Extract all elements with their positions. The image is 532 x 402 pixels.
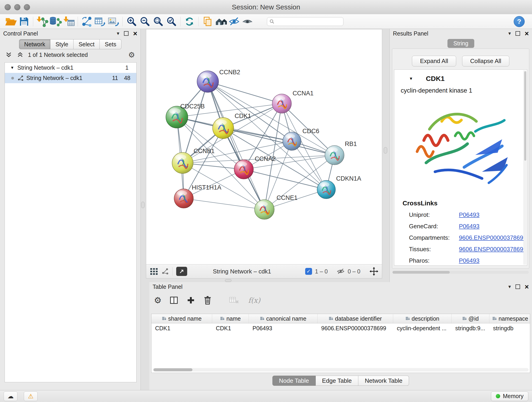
- hide-selected-button[interactable]: [228, 15, 241, 28]
- add-column-icon[interactable]: [186, 296, 196, 305]
- network-collection-row[interactable]: ▼ String Network – cdk1 1: [5, 63, 136, 73]
- import-network-from-file-button[interactable]: [36, 15, 49, 28]
- import-network-from-database-button[interactable]: [49, 15, 62, 28]
- delete-column-icon[interactable]: [203, 295, 212, 305]
- panel-close-icon[interactable]: ×: [525, 283, 529, 290]
- table-horizontal-scrollbar[interactable]: [153, 368, 529, 371]
- network-edge[interactable]: [184, 198, 264, 210]
- table-settings-icon[interactable]: ⚙: [154, 296, 162, 305]
- network-node-CDKN1A[interactable]: [317, 180, 336, 199]
- network-node-CCNB1[interactable]: [172, 153, 193, 173]
- crosslink-value[interactable]: P06493: [459, 257, 480, 264]
- tab-edge-table[interactable]: Edge Table: [316, 376, 359, 386]
- copy-document-button[interactable]: [201, 15, 214, 28]
- disclosure-triangle-icon[interactable]: ▼: [409, 76, 413, 81]
- expand-all-button[interactable]: Expand All: [412, 56, 456, 66]
- expand-all-icon[interactable]: [17, 52, 23, 58]
- home-button[interactable]: [214, 15, 228, 28]
- tab-string[interactable]: String: [447, 39, 474, 48]
- network-node-CDC6[interactable]: [283, 132, 301, 150]
- gear-icon[interactable]: ⚙: [128, 51, 135, 59]
- minimize-window-button[interactable]: [14, 4, 20, 10]
- create-network-from-table-button[interactable]: [94, 15, 107, 28]
- tab-network[interactable]: Network: [19, 39, 51, 49]
- function-builder-icon[interactable]: f(x): [248, 296, 260, 304]
- collapse-all-button[interactable]: Collapse All: [462, 56, 509, 66]
- clone-network-button[interactable]: [80, 15, 94, 28]
- column-header-4[interactable]: description: [393, 314, 452, 323]
- memory-button[interactable]: Memory: [491, 391, 528, 401]
- export-image-button[interactable]: [107, 15, 120, 28]
- network-node-CDK1[interactable]: [213, 118, 234, 139]
- panel-close-icon[interactable]: ×: [525, 30, 529, 37]
- birdseye-icon[interactable]: [150, 268, 158, 275]
- crosslink-value[interactable]: P06493: [459, 223, 480, 230]
- tab-node-table[interactable]: Node Table: [272, 376, 316, 386]
- splitter-handle[interactable]: [141, 202, 145, 208]
- crosslink-value[interactable]: 9606.ENSP00000378699: [459, 234, 526, 241]
- zoom-selected-button[interactable]: [165, 15, 178, 28]
- tab-sets[interactable]: Sets: [100, 39, 121, 49]
- network-glyph-icon[interactable]: [162, 268, 169, 274]
- horizontal-scrollbar[interactable]: [393, 271, 529, 274]
- column-header-5[interactable]: @id: [452, 314, 489, 323]
- search-box[interactable]: [267, 17, 343, 26]
- column-header-2[interactable]: canonical name: [249, 314, 317, 323]
- table-header-row: shared namenamecanonical namedatabase id…: [152, 314, 530, 323]
- network-canvas[interactable]: CCNB2CCNA1CDC25BCDK1CDC6RB1CCNB1CCNA2CDK…: [146, 29, 382, 264]
- fit-content-button[interactable]: [152, 15, 165, 28]
- crosslink-row: GeneCard:P06493: [394, 223, 527, 230]
- column-header-3[interactable]: database identifier: [317, 314, 393, 323]
- panel-close-icon[interactable]: ×: [133, 30, 137, 37]
- node-label: HIST1H1A: [192, 184, 221, 191]
- network-node-HIST1H1A[interactable]: [174, 189, 193, 208]
- splitter-handle[interactable]: [225, 279, 231, 282]
- vertical-scrollbar[interactable]: [524, 70, 526, 265]
- network-node-CCNB2[interactable]: [197, 71, 219, 92]
- help-button[interactable]: ?: [514, 16, 525, 27]
- move-crosshair-icon[interactable]: [370, 267, 378, 276]
- close-window-button[interactable]: [5, 4, 11, 10]
- network-node-CCNA2[interactable]: [234, 160, 253, 179]
- crosslink-value[interactable]: P06493: [459, 211, 480, 218]
- open-session-button[interactable]: [4, 15, 17, 28]
- tab-network-table[interactable]: Network Table: [358, 376, 409, 386]
- column-header-0[interactable]: shared name: [152, 314, 212, 323]
- selected-checkbox[interactable]: ✓: [305, 268, 312, 275]
- splitter-handle[interactable]: [384, 147, 387, 153]
- save-session-button[interactable]: [17, 15, 31, 28]
- tab-select[interactable]: Select: [74, 39, 100, 49]
- tab-style[interactable]: Style: [51, 39, 74, 49]
- open-in-window-button[interactable]: [176, 267, 187, 276]
- panel-menu-icon[interactable]: ▾: [508, 31, 511, 36]
- network-edge[interactable]: [208, 82, 282, 104]
- network-node-CCNA1[interactable]: [272, 94, 291, 113]
- network-view: CCNB2CCNA1CDC25BCDK1CDC6RB1CCNB1CCNA2CDK…: [146, 29, 382, 279]
- maximize-window-button[interactable]: [24, 4, 30, 10]
- panel-float-icon[interactable]: [124, 31, 128, 36]
- import-table-from-file-button[interactable]: [62, 15, 75, 28]
- collapse-all-icon[interactable]: [6, 52, 12, 58]
- crosslink-value[interactable]: 9606.ENSP00000378699: [459, 246, 526, 253]
- show-all-button[interactable]: [241, 15, 254, 28]
- column-header-1[interactable]: name: [212, 314, 249, 323]
- disclosure-triangle-icon[interactable]: ▼: [10, 65, 14, 70]
- refresh-view-button[interactable]: [183, 15, 196, 28]
- zoom-in-button[interactable]: [125, 15, 138, 28]
- column-header-6[interactable]: namespace: [489, 314, 530, 323]
- network-node-RB1[interactable]: [325, 146, 344, 165]
- network-row[interactable]: String Network – cdk1 11 48: [5, 73, 136, 83]
- panel-float-icon[interactable]: [515, 31, 520, 36]
- warnings-button[interactable]: ⚠: [24, 391, 38, 401]
- table-row[interactable]: CDK1CDK1P064939606.ENSP00000378699cyclin…: [152, 323, 530, 333]
- panel-menu-icon[interactable]: ▾: [117, 31, 119, 36]
- panel-menu-icon[interactable]: ▾: [508, 284, 511, 289]
- cloud-button[interactable]: ☁: [4, 391, 17, 401]
- search-input[interactable]: [276, 18, 341, 25]
- zoom-out-button[interactable]: [138, 15, 152, 28]
- panel-float-icon[interactable]: [515, 284, 520, 289]
- external-arrow-icon: [179, 269, 184, 274]
- hidden-eye-icon[interactable]: [337, 268, 345, 274]
- show-columns-icon[interactable]: [169, 296, 178, 305]
- network-node-CCNE1[interactable]: [254, 200, 274, 219]
